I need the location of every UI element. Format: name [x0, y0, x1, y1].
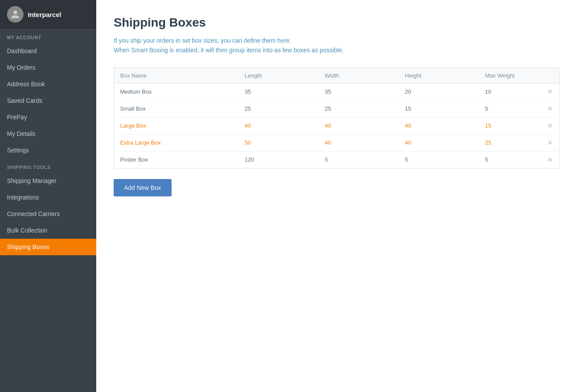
- col-header-action: [541, 68, 560, 83]
- cell-delete: ✕: [541, 117, 560, 134]
- table-row: Small Box 25 25 15 5 ✕: [114, 100, 560, 117]
- description-line1: If you ship your orders in set box sizes…: [114, 37, 291, 44]
- cell-width: 35: [319, 83, 399, 100]
- cell-max-weight: 10: [479, 83, 541, 100]
- col-header-max-weight: Max Weight: [479, 68, 541, 83]
- shipping-tools-section-label: SHIPPING TOOLS: [0, 159, 96, 172]
- cell-delete: ✕: [541, 134, 560, 151]
- table-row: Medium Box 35 35 20 10 ✕: [114, 83, 560, 100]
- sidebar-header: Interparcel: [0, 0, 96, 29]
- page-title: Shipping Boxes: [114, 16, 560, 30]
- boxes-table: Box Name Length Width Height Max Weight …: [114, 68, 560, 169]
- col-header-width: Width: [319, 68, 399, 83]
- sidebar-item-dashboard[interactable]: Dashboard: [0, 43, 96, 59]
- cell-box-name: Extra Large Box: [114, 134, 239, 151]
- cell-length: 25: [239, 100, 319, 117]
- cell-delete: ✕: [541, 100, 560, 117]
- delete-row-button[interactable]: ✕: [547, 122, 553, 130]
- table-row: Extra Large Box 50 40 40 25 ✕: [114, 134, 560, 151]
- delete-row-button[interactable]: ✕: [547, 88, 553, 96]
- cell-max-weight: 15: [479, 117, 541, 134]
- delete-row-button[interactable]: ✕: [547, 156, 553, 164]
- cell-box-name: Medium Box: [114, 83, 239, 100]
- cell-max-weight: 5: [479, 100, 541, 117]
- delete-row-button[interactable]: ✕: [547, 105, 553, 113]
- cell-max-weight: 5: [479, 151, 541, 168]
- table-row: Poster Box 120 5 5 5 ✕: [114, 151, 560, 168]
- cell-width: 40: [319, 134, 399, 151]
- sidebar-item-my-details[interactable]: My Details: [0, 125, 96, 142]
- cell-width: 5: [319, 151, 399, 168]
- my-account-section-label: MY ACCOUNT: [0, 29, 96, 43]
- sidebar-item-saved-cards[interactable]: Saved Cards: [0, 92, 96, 109]
- delete-row-button[interactable]: ✕: [547, 139, 553, 147]
- cell-box-name: Poster Box: [114, 151, 239, 168]
- brand-name: Interparcel: [28, 11, 61, 18]
- col-header-box-name: Box Name: [114, 68, 239, 83]
- main-content: Shipping Boxes If you ship your orders i…: [96, 0, 577, 392]
- cell-height: 40: [399, 134, 479, 151]
- cell-width: 25: [319, 100, 399, 117]
- cell-length: 50: [239, 134, 319, 151]
- col-header-length: Length: [239, 68, 319, 83]
- cell-length: 35: [239, 83, 319, 100]
- cell-height: 15: [399, 100, 479, 117]
- description-line2: When Smart Boxing is enabled, it will th…: [114, 47, 344, 54]
- cell-height: 5: [399, 151, 479, 168]
- boxes-table-body: Medium Box 35 35 20 10 ✕ Small Box 25 25…: [114, 83, 560, 168]
- sidebar: Interparcel MY ACCOUNT Dashboard My Orde…: [0, 0, 96, 392]
- avatar-icon: [7, 6, 24, 23]
- sidebar-item-connected-carriers[interactable]: Connected Carriers: [0, 206, 96, 222]
- col-header-height: Height: [399, 68, 479, 83]
- add-new-box-button[interactable]: Add New Box: [114, 179, 172, 196]
- sidebar-item-my-orders[interactable]: My Orders: [0, 59, 96, 76]
- sidebar-item-settings[interactable]: Settings: [0, 142, 96, 159]
- sidebar-item-address-book[interactable]: Address Book: [0, 76, 96, 92]
- table-row: Large Box 40 40 40 15 ✕: [114, 117, 560, 134]
- cell-delete: ✕: [541, 83, 560, 100]
- cell-length: 120: [239, 151, 319, 168]
- cell-delete: ✕: [541, 151, 560, 168]
- cell-box-name: Large Box: [114, 117, 239, 134]
- sidebar-item-shipping-boxes[interactable]: Shipping Boxes: [0, 239, 96, 255]
- table-header-row: Box Name Length Width Height Max Weight: [114, 68, 560, 83]
- cell-max-weight: 25: [479, 134, 541, 151]
- cell-width: 40: [319, 117, 399, 134]
- cell-length: 40: [239, 117, 319, 134]
- cell-box-name: Small Box: [114, 100, 239, 117]
- cell-height: 40: [399, 117, 479, 134]
- sidebar-item-bulk-collection[interactable]: Bulk Collection: [0, 222, 96, 239]
- sidebar-item-prepay[interactable]: PrePay: [0, 109, 96, 125]
- sidebar-item-integrations[interactable]: Integrations: [0, 189, 96, 206]
- cell-height: 20: [399, 83, 479, 100]
- sidebar-item-shipping-manager[interactable]: Shipping Manager: [0, 172, 96, 189]
- page-description: If you ship your orders in set box sizes…: [114, 36, 560, 55]
